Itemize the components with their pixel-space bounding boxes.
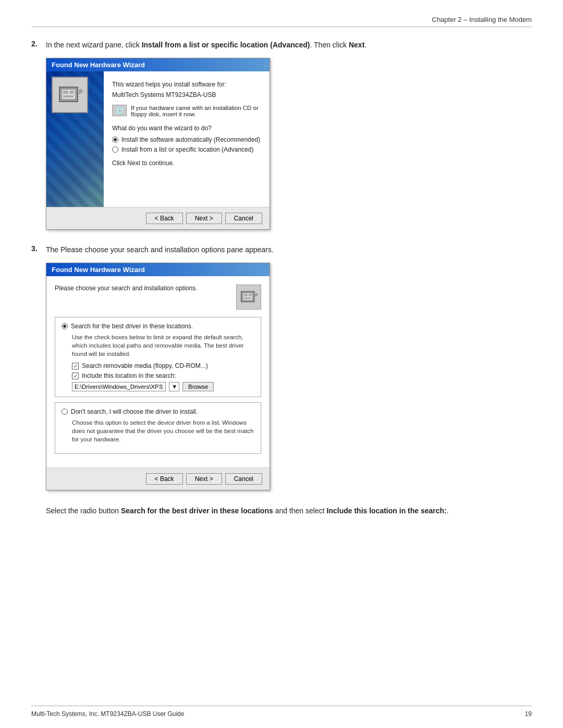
section2-box: Don't search, I will choose the driver t… — [55, 402, 261, 453]
section1-radio[interactable]: Search for the best driver in these loca… — [62, 323, 254, 330]
radio-option1-label: Install the software automatically (Reco… — [121, 136, 260, 143]
bottom-text: Select the radio button Search for the b… — [46, 505, 532, 516]
checkbox2-label: Include this location in the search: — [82, 372, 176, 379]
step2-text-after: . — [364, 41, 366, 49]
wizard1-window: Found New Hardware Wizard — [46, 58, 270, 230]
wizard2-body: Please choose your search and installati… — [46, 276, 270, 467]
wizard1-footer: < Back Next > Cancel — [46, 207, 270, 229]
wizard2-titlebar: Found New Hardware Wizard — [46, 263, 270, 276]
section2-radio-dot[interactable] — [62, 409, 68, 415]
wizard2-next-button[interactable]: Next > — [186, 473, 222, 485]
page-footer: Multi-Tech Systems, Inc. MT9234ZBA-USB U… — [31, 706, 532, 718]
bottom-bold1: Search for the best driver in these loca… — [121, 507, 273, 515]
svg-point-13 — [255, 293, 258, 295]
wizard1-content: This wizard helps you install software f… — [104, 71, 270, 207]
step2-text: In the next wizard pane, click Install f… — [46, 40, 366, 51]
radio-option1[interactable]: Install the software automatically (Reco… — [112, 136, 261, 143]
step3-number: 3. — [31, 244, 46, 253]
cd-hint-text: If your hardware came with an installati… — [131, 105, 261, 117]
checkbox1-row[interactable]: ✓ Search removable media (floppy, CD-ROM… — [72, 362, 254, 369]
step3-line: 3. The Please choose your search and ins… — [31, 244, 532, 255]
step3-block: 3. The Please choose your search and ins… — [31, 244, 532, 490]
section2-radio-label: Don't search, I will choose the driver t… — [71, 408, 198, 415]
radio-option2[interactable]: Install from a list or specific location… — [112, 146, 261, 153]
path-dropdown[interactable]: ▼ — [169, 382, 179, 391]
step2-block: 2. In the next wizard pane, click Instal… — [31, 40, 532, 230]
wizard2-header-row: Please choose your search and installati… — [55, 285, 261, 310]
page-container: Chapter 2 – Installing the Modem 2. In t… — [0, 0, 563, 728]
footer-right: 19 — [525, 710, 532, 718]
svg-rect-9 — [244, 294, 248, 296]
section2-radio[interactable]: Don't search, I will choose the driver t… — [62, 408, 254, 415]
bottom-part3: . — [447, 507, 449, 515]
wizard2-header-text: Please choose your search and installati… — [55, 285, 231, 292]
step3-text: The Please choose your search and instal… — [46, 244, 274, 255]
footer-left: Multi-Tech Systems, Inc. MT9234ZBA-USB U… — [31, 710, 184, 718]
svg-point-6 — [79, 90, 82, 93]
step2-text-before: In the next wizard pane, click — [46, 41, 142, 49]
step2-line: 2. In the next wizard pane, click Instal… — [31, 40, 532, 51]
checkbox1-label: Search removable media (floppy, CD-ROM..… — [82, 362, 208, 369]
radio-dot1[interactable] — [112, 137, 118, 143]
wizard1-cancel-button[interactable]: Cancel — [225, 213, 262, 224]
svg-rect-10 — [249, 294, 252, 296]
svg-rect-11 — [244, 298, 251, 299]
svg-rect-3 — [70, 91, 74, 94]
radio-option2-label: Install from a list or specific location… — [121, 146, 253, 153]
bottom-part1: Select the radio button — [46, 507, 121, 515]
hardware-icon — [52, 77, 88, 113]
chapter-header: Chapter 2 – Installing the Modem — [31, 16, 532, 27]
section2-desc: Choose this option to select the device … — [72, 418, 254, 443]
path-row: ▼ Browse — [72, 382, 254, 391]
wizard1-title: Found New Hardware Wizard — [52, 61, 145, 69]
wizard2-window: Found New Hardware Wizard Please choose … — [46, 263, 270, 490]
chapter-title: Chapter 2 – Installing the Modem — [432, 16, 532, 23]
path-input[interactable] — [72, 382, 166, 391]
section1-radio-dot[interactable] — [62, 323, 68, 329]
step2-text-middle: . Then click — [310, 41, 349, 49]
bottom-bold2: Include this location in the search: — [327, 507, 447, 515]
svg-rect-2 — [63, 91, 68, 94]
step2-number: 2. — [31, 40, 46, 48]
step2-bold2: Next — [349, 41, 364, 49]
checkbox2-row[interactable]: ✓ Include this location in the search: — [72, 372, 254, 379]
wizard1-next-button[interactable]: Next > — [186, 213, 222, 224]
svg-rect-4 — [63, 95, 74, 97]
checkbox1[interactable]: ✓ — [72, 363, 79, 369]
step2-bold1: Install from a list or specific location… — [142, 41, 310, 49]
section1-box: Search for the best driver in these loca… — [55, 317, 261, 397]
wizard1-device: MultiTech Systems MT9234ZBA-USB — [112, 91, 261, 98]
wizard1-body: This wizard helps you install software f… — [46, 71, 270, 207]
cd-icon: 💿 — [112, 105, 127, 116]
radio-dot2[interactable] — [112, 146, 118, 153]
wizard2-footer: < Back Next > Cancel — [46, 467, 270, 490]
wizard1-cd-hint: 💿 If your hardware came with an installa… — [112, 105, 261, 117]
wizard2-hardware-icon — [236, 285, 261, 310]
wizard2-back-button[interactable]: < Back — [146, 473, 183, 485]
wizard1-titlebar: Found New Hardware Wizard — [46, 58, 270, 71]
checkbox2[interactable]: ✓ — [72, 373, 79, 379]
browse-button[interactable]: Browse — [182, 382, 214, 391]
wizard1-question: What do you want the wizard to do? — [112, 125, 261, 132]
section1-desc: Use the check boxes below to limit or ex… — [72, 333, 254, 358]
section1-radio-label: Search for the best driver in these loca… — [71, 323, 193, 330]
wizard1-sidebar — [46, 71, 104, 207]
wizard1-intro: This wizard helps you install software f… — [112, 81, 261, 88]
wizard1-click-next: Click Next to continue. — [112, 159, 261, 167]
wizard2-title: Found New Hardware Wizard — [52, 266, 145, 274]
wizard2-cancel-button[interactable]: Cancel — [225, 473, 262, 485]
wizard1-back-button[interactable]: < Back — [146, 213, 183, 224]
bottom-part2: and then select — [273, 507, 327, 515]
